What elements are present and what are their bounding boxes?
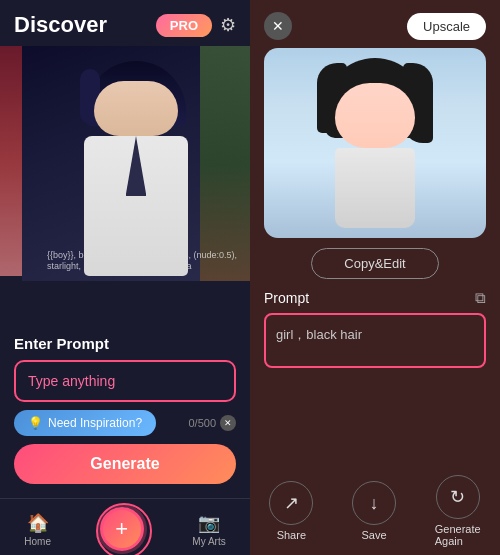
- regenerate-circle: ↻: [436, 475, 480, 519]
- save-circle: ↓: [352, 481, 396, 525]
- prompt-text-box[interactable]: girl，black hair: [264, 313, 486, 368]
- prompt-header: Prompt ⧉: [264, 289, 486, 307]
- action-row: ↗ Share ↓ Save ↻ GenerateAgain: [250, 465, 500, 555]
- upscale-button[interactable]: Upscale: [407, 13, 486, 40]
- hero-image-area: {{boy}}, best quality, intricate details…: [0, 46, 250, 325]
- boy-suit: [84, 136, 188, 276]
- prompt-input[interactable]: Type anything: [28, 373, 115, 389]
- girl-body: [335, 148, 415, 228]
- nav-add-button[interactable]: +: [100, 507, 144, 551]
- share-circle: ↗: [269, 481, 313, 525]
- plus-icon: +: [115, 516, 128, 542]
- prompt-input-wrapper[interactable]: Type anything: [14, 360, 236, 402]
- hero-background: {{boy}}, best quality, intricate details…: [22, 46, 250, 281]
- anime-girl-character: [320, 58, 430, 228]
- copy-prompt-button[interactable]: ⧉: [475, 289, 486, 307]
- anime-boy-character: [76, 61, 196, 281]
- nav-home-label: Home: [24, 536, 51, 547]
- bulb-icon: 💡: [28, 416, 43, 430]
- header-actions: PRO ⚙: [156, 14, 236, 37]
- pro-button[interactable]: PRO: [156, 14, 212, 37]
- right-image-area: [250, 48, 500, 238]
- share-action[interactable]: ↗ Share: [269, 481, 313, 541]
- left-header: Discover PRO ⚙: [0, 0, 250, 46]
- nav-my-arts-label: My Arts: [192, 536, 225, 547]
- share-label: Share: [277, 529, 306, 541]
- share-icon: ↗: [284, 492, 299, 514]
- character-wrap: [22, 46, 250, 281]
- inspiration-button[interactable]: 💡 Need Inspiration?: [14, 410, 156, 436]
- generate-button[interactable]: Generate: [14, 444, 236, 484]
- left-panel: Discover PRO ⚙ {{boy}}, best quality, in…: [0, 0, 250, 555]
- prompt-section-label: Prompt: [264, 290, 309, 306]
- right-panel: ✕ Upscale Copy&Edit Prompt ⧉ girl，black …: [250, 0, 500, 555]
- enter-prompt-section: Enter Prompt Type anything 💡 Need Inspir…: [0, 325, 250, 498]
- page-title: Discover: [14, 12, 107, 38]
- regenerate-icon: ↻: [450, 486, 465, 508]
- side-image: [0, 46, 22, 276]
- nav-my-arts[interactable]: 📷 My Arts: [192, 512, 225, 547]
- char-counter: 0/500 ✕: [188, 415, 236, 431]
- regenerate-label: GenerateAgain: [435, 523, 481, 547]
- clear-input-button[interactable]: ✕: [220, 415, 236, 431]
- bottom-nav: 🏠 Home + 📷 My Arts: [0, 498, 250, 555]
- girl-face: [335, 83, 415, 148]
- regenerate-action[interactable]: ↻ GenerateAgain: [435, 475, 481, 547]
- copy-edit-button[interactable]: Copy&Edit: [311, 248, 438, 279]
- prompt-section: Prompt ⧉ girl，black hair: [250, 289, 500, 465]
- right-header: ✕ Upscale: [250, 0, 500, 48]
- download-icon: ↓: [370, 493, 379, 514]
- enter-prompt-label: Enter Prompt: [14, 335, 236, 352]
- anime-girl-image: [264, 48, 486, 238]
- close-button[interactable]: ✕: [264, 12, 292, 40]
- nav-home[interactable]: 🏠 Home: [24, 512, 51, 547]
- save-label: Save: [362, 529, 387, 541]
- home-icon: 🏠: [27, 512, 49, 534]
- camera-icon: 📷: [198, 512, 220, 534]
- boy-face: [94, 81, 178, 136]
- prompt-text: girl，black hair: [276, 327, 362, 342]
- save-action[interactable]: ↓ Save: [352, 481, 396, 541]
- inspiration-row: 💡 Need Inspiration? 0/500 ✕: [14, 410, 236, 436]
- settings-icon[interactable]: ⚙: [220, 14, 236, 36]
